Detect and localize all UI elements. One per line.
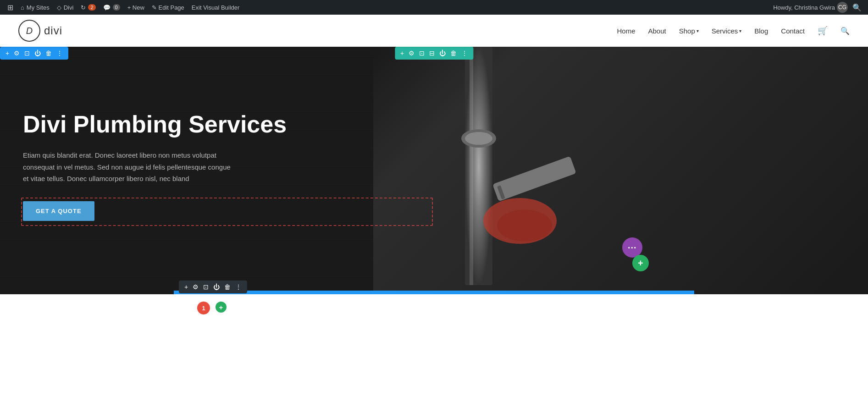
- divi-label: Divi: [64, 4, 74, 11]
- section-builder-bar: + ⚙ ⊡ ⏻ 🗑 ⋮: [0, 47, 68, 60]
- nav-about[interactable]: About: [648, 27, 666, 35]
- row-settings-btn[interactable]: ⚙: [407, 49, 416, 58]
- row-layout-btn[interactable]: ⊟: [427, 49, 437, 58]
- module-highlight-box: [21, 198, 433, 226]
- wp-icon: ⊞: [7, 3, 13, 12]
- updates-count: 2: [88, 4, 95, 11]
- row-delete-btn[interactable]: 🗑: [448, 49, 459, 58]
- wp-logo[interactable]: ⊞: [4, 0, 17, 15]
- svg-point-7: [497, 209, 552, 242]
- section-delete-btn[interactable]: 🗑: [44, 49, 54, 58]
- comments-count: 0: [113, 4, 120, 11]
- section-more-btn[interactable]: ⋮: [55, 49, 65, 58]
- my-sites-icon: ⌂: [21, 4, 24, 11]
- nav-shop[interactable]: Shop ▾: [679, 27, 699, 35]
- hero-body: Etiam quis blandit erat. Donec laoreet l…: [23, 149, 234, 185]
- row-add-btn[interactable]: +: [398, 49, 406, 58]
- exit-vb-item[interactable]: Exit Visual Builder: [188, 0, 243, 15]
- comments-item[interactable]: 💬 0: [100, 0, 124, 15]
- hero-section: + ⚙ ⊡ ⏻ 🗑 ⋮ + ⚙ ⊡ ⊟ ⏻ 🗑 ⋮ Divi Plumbing …: [0, 47, 868, 294]
- new-label: + New: [127, 4, 144, 11]
- below-hero-section: [0, 294, 868, 331]
- new-item[interactable]: + New: [124, 0, 148, 15]
- module-disable-btn[interactable]: ⏻: [211, 282, 221, 292]
- svg-point-3: [465, 132, 492, 145]
- nav-shop-label: Shop: [679, 27, 695, 35]
- nav-about-label: About: [648, 27, 666, 35]
- howdy-label: Howdy, Christina Gwira: [773, 4, 835, 11]
- module-add-small-btn[interactable]: +: [216, 302, 227, 313]
- nav-home[interactable]: Home: [617, 27, 635, 35]
- site-nav: Home About Shop ▾ Services ▾ Blog Contac…: [617, 26, 850, 36]
- module-delete-btn[interactable]: 🗑: [222, 282, 232, 292]
- nav-blog-label: Blog: [754, 27, 768, 35]
- logo-circle: D: [18, 20, 40, 42]
- updates-icon: ↻: [81, 4, 86, 11]
- hero-left-column: Divi Plumbing Services Etiam quis blandi…: [0, 47, 373, 294]
- module-settings-btn[interactable]: ⚙: [191, 282, 200, 292]
- admin-bar: ⊞ ⌂ My Sites ◇ Divi ↻ 2 💬 0 + New ✎ Edit…: [0, 0, 868, 15]
- my-sites-item[interactable]: ⌂ My Sites: [17, 0, 53, 15]
- shop-dropdown-icon: ▾: [697, 28, 699, 33]
- svg-rect-1: [470, 47, 473, 285]
- exit-vb-label: Exit Visual Builder: [192, 4, 240, 11]
- svg-rect-4: [492, 156, 576, 201]
- divi-item[interactable]: ◇ Divi: [53, 0, 77, 15]
- divi-icon: ◇: [57, 4, 61, 11]
- module-duplicate-btn[interactable]: ⊡: [201, 282, 210, 292]
- site-header: D divi Home About Shop ▾ Services ▾ Blog…: [0, 15, 868, 47]
- nav-services-label: Services: [712, 27, 738, 35]
- nav-contact-label: Contact: [781, 27, 805, 35]
- blue-bottom-bar: [174, 291, 695, 294]
- hero-title: Divi Plumbing Services: [23, 111, 350, 138]
- module-more-btn[interactable]: ⋮: [233, 282, 243, 292]
- updates-item[interactable]: ↻ 2: [77, 0, 99, 15]
- nav-home-label: Home: [617, 27, 635, 35]
- section-duplicate-btn[interactable]: ⊡: [22, 49, 32, 58]
- edit-page-item[interactable]: ✎ Edit Page: [148, 0, 188, 15]
- services-dropdown-icon: ▾: [739, 28, 741, 33]
- row-duplicate-btn[interactable]: ⊡: [417, 49, 426, 58]
- row-more-btn[interactable]: ⋮: [459, 49, 470, 58]
- row-disable-btn[interactable]: ⏻: [437, 49, 448, 58]
- my-sites-label: My Sites: [27, 4, 50, 11]
- row-builder-bar: + ⚙ ⊡ ⊟ ⏻ 🗑 ⋮: [395, 47, 473, 60]
- admin-bar-right: Howdy, Christina Gwira CG 🔍: [773, 2, 864, 13]
- edit-page-label: ✎ Edit Page: [152, 4, 184, 11]
- hero-image: [373, 47, 868, 294]
- nav-contact[interactable]: Contact: [781, 27, 805, 35]
- nav-services[interactable]: Services ▾: [712, 27, 742, 35]
- cart-icon[interactable]: 🛒: [818, 26, 828, 36]
- header-search-icon[interactable]: 🔍: [840, 27, 850, 35]
- module-add-btn[interactable]: +: [182, 282, 190, 292]
- avatar: CG: [837, 2, 848, 13]
- svg-rect-0: [465, 47, 492, 285]
- page-content: + ⚙ ⊡ ⏻ 🗑 ⋮ + ⚙ ⊡ ⊟ ⏻ 🗑 ⋮ Divi Plumbing …: [0, 47, 868, 331]
- hero-right-column: [373, 47, 868, 294]
- section-disable-btn[interactable]: ⏻: [33, 49, 43, 58]
- nav-blog[interactable]: Blog: [754, 27, 768, 35]
- module-badge: 1: [197, 302, 210, 314]
- section-add-btn[interactable]: +: [4, 49, 11, 58]
- logo-letter: D: [26, 26, 33, 36]
- logo-name: divi: [44, 24, 62, 37]
- section-settings-btn[interactable]: ⚙: [12, 49, 22, 58]
- module-builder-bar: + ⚙ ⊡ ⏻ 🗑 ⋮: [179, 280, 247, 293]
- fab-plus-button[interactable]: +: [632, 255, 649, 271]
- comments-icon: 💬: [103, 4, 111, 11]
- admin-search-icon[interactable]: 🔍: [850, 3, 864, 12]
- site-logo[interactable]: D divi: [18, 20, 62, 42]
